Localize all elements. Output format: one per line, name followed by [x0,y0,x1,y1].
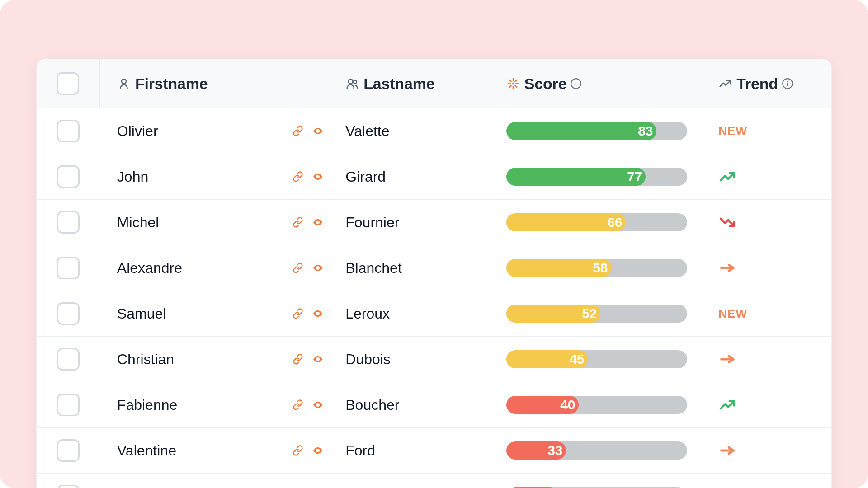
header-score[interactable]: Score [498,59,710,108]
select-all-checkbox[interactable] [57,72,79,95]
table-row[interactable]: John Girard 77 [37,154,831,200]
cell-score: 29 [498,474,710,488]
table-row[interactable]: Alexandre Blanchet 58 [37,245,831,291]
table-row[interactable]: Vincent Pelletier 29 [37,474,831,488]
header-trend[interactable]: Trend [710,59,831,108]
eye-icon[interactable] [311,171,325,182]
cell-lastname: Pelletier [337,474,498,488]
firstname-value: John [117,169,291,185]
svg-point-3 [512,83,514,85]
eye-icon[interactable] [311,399,325,410]
cell-trend: NEW [710,291,831,336]
eye-icon[interactable] [311,354,325,365]
svg-point-24 [317,358,319,360]
header-lastname[interactable]: Lastname [337,59,498,108]
score-value: 33 [547,441,562,460]
table-row[interactable]: Fabienne Boucher 40 [37,382,831,428]
row-checkbox[interactable] [57,211,80,234]
row-checkbox[interactable] [57,485,80,488]
svg-point-20 [317,221,319,223]
trend-up-icon [718,77,732,90]
cell-score: 83 [498,108,710,154]
trend-flat-icon [718,350,736,368]
cell-firstname: Fabienne [100,382,337,427]
trend-new-label: NEW [718,124,747,138]
link-icon[interactable] [291,171,305,182]
header-score-label: Score [524,75,567,93]
trend-flat-icon [718,441,736,460]
score-value: 40 [560,396,575,414]
cell-firstname: John [100,154,337,199]
lastname-value: Girard [345,169,386,185]
sparkle-icon [506,77,520,90]
cell-lastname: Dubois [337,337,498,382]
row-checkbox-cell [37,291,100,336]
table-row[interactable]: Christian Dubois 45 [37,337,831,382]
cell-lastname: Ford [337,428,498,473]
table-body: Olivier Valette 83 NEW John [37,108,831,488]
table-row[interactable]: Olivier Valette 83 NEW [37,108,831,154]
lastname-value: Valette [345,123,389,140]
link-icon[interactable] [291,445,305,456]
person-icon [117,77,131,90]
cell-firstname: Vincent [100,474,337,488]
row-checkbox[interactable] [57,394,80,416]
cell-lastname: Fournier [337,200,498,245]
svg-point-17 [787,81,788,82]
row-checkbox-cell [37,154,100,199]
info-icon[interactable] [570,78,582,89]
info-icon[interactable] [782,78,793,89]
row-checkbox-cell [37,382,100,427]
row-checkbox-cell [37,108,100,154]
score-bar: 45 [506,350,687,368]
table-row[interactable]: Michel Fournier 66 [37,200,831,245]
lastname-value: Fournier [345,214,399,231]
link-icon[interactable] [291,217,305,228]
eye-icon[interactable] [311,217,325,228]
row-checkbox[interactable] [57,165,80,188]
cell-score: 45 [498,337,710,382]
eye-icon[interactable] [311,445,325,456]
cell-trend [710,200,831,245]
score-value: 83 [638,122,653,140]
score-bar: 33 [506,441,687,460]
row-checkbox[interactable] [57,302,80,325]
cell-score: 77 [498,154,710,199]
score-bar: 58 [506,259,687,277]
trend-up-icon [718,396,736,414]
link-icon[interactable] [291,399,305,410]
link-icon[interactable] [291,308,305,319]
row-checkbox[interactable] [57,120,80,142]
cell-score: 33 [498,428,710,473]
cell-score: 52 [498,291,710,336]
contacts-table: Firstname Lastname [36,59,832,488]
svg-point-1 [349,79,353,84]
svg-point-27 [317,450,319,451]
score-value: 45 [569,350,584,368]
row-checkbox[interactable] [57,257,80,279]
header-firstname[interactable]: Firstname [100,59,337,108]
row-checkbox[interactable] [57,439,80,462]
link-icon[interactable] [291,354,305,365]
svg-point-2 [354,80,357,84]
table-row[interactable]: Valentine Ford 33 [37,428,831,474]
eye-icon[interactable] [311,308,325,319]
eye-icon[interactable] [311,263,325,273]
lastname-value: Leroux [345,305,390,322]
eye-icon[interactable] [311,126,325,136]
link-icon[interactable] [291,126,305,136]
cell-trend [710,428,831,473]
table-row[interactable]: Samuel Leroux 52 NEW [37,291,831,337]
cell-firstname: Alexandre [100,245,337,291]
header-trend-label: Trend [736,75,778,93]
svg-point-18 [317,130,319,132]
app-shell: Firstname Lastname [0,0,868,488]
firstname-value: Olivier [117,123,291,140]
firstname-value: Samuel [117,305,291,322]
link-icon[interactable] [291,263,305,273]
svg-point-14 [576,81,576,82]
cell-score: 40 [498,382,710,427]
cell-firstname: Samuel [100,291,337,336]
row-checkbox[interactable] [57,348,80,371]
firstname-value: Michel [117,214,291,231]
